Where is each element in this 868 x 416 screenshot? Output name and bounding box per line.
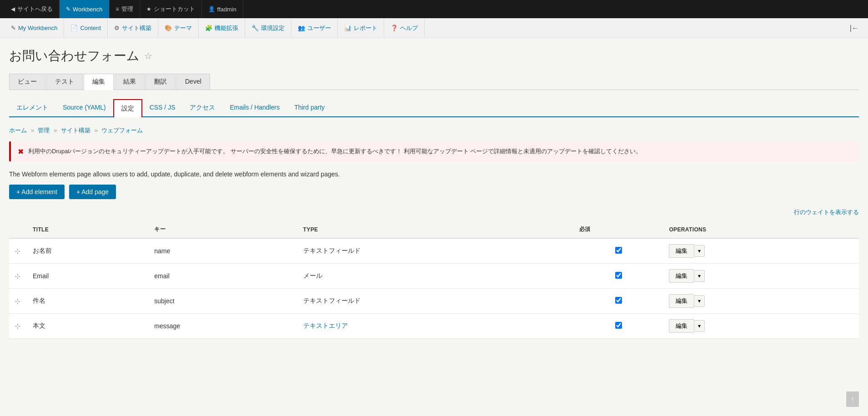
secondary-tab-settings[interactable]: 設定	[113, 99, 142, 117]
menu-icon: ≡	[116, 6, 119, 12]
secondary-nav-reports-label: レポート	[354, 24, 377, 32]
tab-translate[interactable]: 翻訳	[146, 74, 176, 90]
dropdown-button-message[interactable]: ▾	[694, 320, 705, 332]
breadcrumb-site-structure[interactable]: サイト構築	[61, 127, 90, 134]
secondary-tab-css-js[interactable]: CSS / JS	[142, 99, 183, 116]
reports-icon: 📊	[344, 25, 351, 31]
secondary-nav-help[interactable]: ❓ ヘルプ	[384, 18, 425, 38]
users-icon: 👥	[298, 25, 305, 31]
help-icon: ❓	[391, 25, 398, 31]
breadcrumb-webform[interactable]: ウェブフォーム	[101, 127, 143, 134]
dropdown-button-email[interactable]: ▾	[694, 270, 705, 282]
theme-icon: 🎨	[165, 25, 172, 31]
show-weights-link[interactable]: 行のウェイトを表示する	[794, 209, 859, 216]
secondary-tab-source-yaml[interactable]: Source (YAML)	[55, 99, 113, 116]
col-title-header: TITLE	[27, 221, 149, 238]
admin-bar: ◀ サイトへ戻る ✎ Workbench ≡ 管理 ★ ショートカット 👤 ff…	[0, 0, 868, 18]
admin-bar-user[interactable]: 👤 ffadmin	[202, 0, 243, 18]
breadcrumb-admin[interactable]: 管理	[38, 127, 50, 134]
secondary-tab-third-party[interactable]: Third party	[287, 99, 332, 116]
admin-bar-workbench-label: Workbench	[73, 6, 103, 13]
row-key-message: message	[149, 314, 297, 339]
secondary-nav-help-label: ヘルプ	[400, 24, 418, 32]
col-type-header: TYPE	[298, 221, 574, 238]
row-required-subject	[574, 289, 663, 314]
secondary-nav-site-structure[interactable]: ⚙ サイト構築	[108, 18, 158, 38]
required-checkbox-email[interactable]	[615, 272, 622, 279]
secondary-nav-my-workbench[interactable]: ✎ My Workbench	[5, 18, 64, 38]
workbench-nav-icon: ✎	[11, 25, 16, 31]
row-operations-name: 編集 ▾	[663, 238, 859, 264]
tab-edit[interactable]: 編集	[84, 74, 114, 90]
secondary-nav-extensions[interactable]: 🧩 機能拡張	[199, 18, 245, 38]
dropdown-button-subject[interactable]: ▾	[694, 295, 705, 307]
pencil-icon: ✎	[66, 6, 70, 12]
row-key-email: email	[149, 264, 297, 289]
tab-devel[interactable]: Devel	[176, 74, 210, 90]
admin-bar-manage-label: 管理	[121, 5, 133, 13]
required-checkbox-name[interactable]	[615, 247, 622, 254]
user-icon: 👤	[208, 6, 215, 12]
drag-handle-subject[interactable]: ⊹	[15, 297, 20, 305]
admin-bar-user-label: ffadmin	[217, 6, 236, 13]
error-icon: ✖	[18, 147, 24, 156]
row-title-message: 本文	[27, 314, 149, 339]
row-title-subject: 件名	[27, 289, 149, 314]
tab-results[interactable]: 結果	[115, 74, 145, 90]
edit-button-message[interactable]: 編集	[669, 319, 694, 333]
edit-button-email[interactable]: 編集	[669, 269, 694, 283]
table-body: ⊹ お名前 name テキストフィールド 編集 ▾ ⊹ Email emai	[9, 238, 859, 339]
admin-bar-back-label: サイトへ戻る	[17, 5, 53, 13]
admin-bar-shortcuts[interactable]: ★ ショートカット	[140, 0, 202, 18]
secondary-tab-elements[interactable]: エレメント	[9, 99, 55, 116]
admin-bar-manage[interactable]: ≡ 管理	[110, 0, 140, 18]
drag-handle-name[interactable]: ⊹	[15, 247, 20, 255]
elements-table: TITLE キー TYPE 必須 OPERATIONS ⊹ お名前 name テ…	[9, 221, 859, 339]
row-operations-message: 編集 ▾	[663, 314, 859, 339]
secondary-nav-theme-label: テーマ	[174, 24, 192, 32]
required-checkbox-message[interactable]	[615, 322, 622, 329]
nav-collapse-button[interactable]: |←	[845, 24, 863, 32]
secondary-nav-extensions-label: 機能拡張	[215, 24, 238, 32]
drag-handle-message[interactable]: ⊹	[15, 322, 20, 330]
secondary-nav-environment-label: 環境設定	[261, 24, 285, 32]
breadcrumb: ホーム » 管理 » サイト構築 » ウェブフォーム	[9, 126, 859, 135]
favorite-star-icon[interactable]: ☆	[144, 50, 152, 61]
secondary-nav-users[interactable]: 👥 ユーザー	[291, 18, 338, 38]
admin-bar-back-to-site[interactable]: ◀ サイトへ戻る	[5, 0, 60, 18]
secondary-nav-reports[interactable]: 📊 レポート	[338, 18, 384, 38]
secondary-tab-emails-handlers[interactable]: Emails / Handlers	[222, 99, 287, 116]
add-element-button[interactable]: + Add element	[9, 185, 65, 199]
drag-handle-email[interactable]: ⊹	[15, 272, 20, 280]
row-key-subject: subject	[149, 289, 297, 314]
type-link-message[interactable]: テキストエリア	[303, 322, 348, 329]
edit-button-name[interactable]: 編集	[669, 244, 694, 258]
col-operations-header: OPERATIONS	[663, 221, 859, 238]
content-nav-icon: 📄	[70, 25, 78, 31]
secondary-nav-content[interactable]: 📄 Content	[64, 18, 108, 38]
row-operations-email: 編集 ▾	[663, 264, 859, 289]
add-page-button[interactable]: + Add page	[69, 185, 116, 199]
page-title-area: お問い合わせフォーム ☆	[9, 47, 859, 65]
secondary-nav-theme[interactable]: 🎨 テーマ	[158, 18, 199, 38]
col-required-header: 必須	[574, 221, 663, 238]
show-weights-area: 行のウェイトを表示する	[9, 208, 859, 216]
secondary-nav-environment[interactable]: 🔧 環境設定	[245, 18, 291, 38]
security-alert: ✖ 利用中のDrupalバージョンのセキュリティーアップデートが入手可能です。 …	[9, 141, 859, 161]
admin-bar-workbench[interactable]: ✎ Workbench	[60, 0, 110, 18]
secondary-tab-access[interactable]: アクセス	[182, 99, 222, 116]
table-row: ⊹ お名前 name テキストフィールド 編集 ▾	[9, 238, 859, 264]
row-type-message: テキストエリア	[298, 314, 574, 339]
tab-view[interactable]: ビュー	[9, 74, 45, 90]
secondary-nav-site-structure-label: サイト構築	[122, 24, 151, 32]
dropdown-button-name[interactable]: ▾	[694, 245, 705, 257]
star-icon: ★	[146, 6, 151, 12]
edit-button-subject[interactable]: 編集	[669, 294, 694, 308]
environment-icon: 🔧	[251, 25, 259, 31]
row-operations-subject: 編集 ▾	[663, 289, 859, 314]
tab-test[interactable]: テスト	[46, 74, 83, 90]
breadcrumb-home[interactable]: ホーム	[9, 127, 27, 134]
required-checkbox-subject[interactable]	[615, 297, 622, 304]
action-buttons: + Add element + Add page	[9, 185, 859, 199]
page-description: The Webform elements page allows users t…	[9, 170, 859, 178]
